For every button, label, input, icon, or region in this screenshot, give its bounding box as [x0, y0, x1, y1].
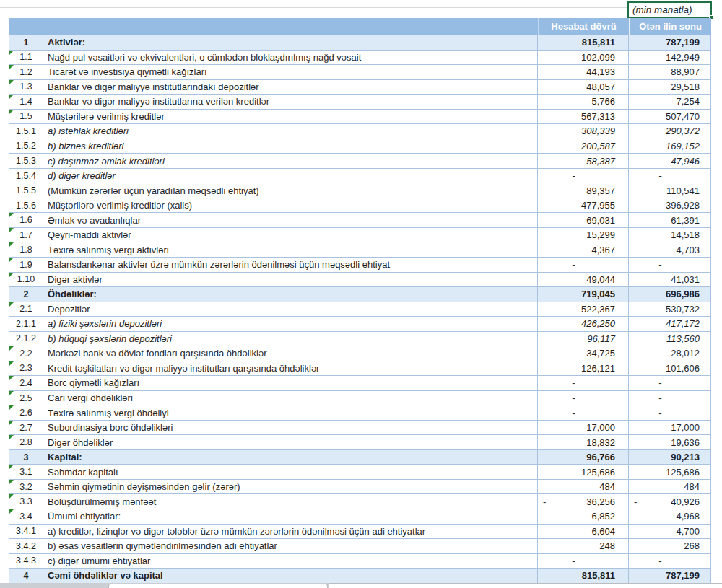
value-report-period[interactable]: -: [538, 554, 629, 569]
row-number-cell[interactable]: 3.2: [9, 480, 43, 494]
row-number-cell[interactable]: 1.7: [9, 228, 43, 242]
column-header-prev-year-end[interactable]: Ötən ilin sonu: [629, 18, 711, 35]
value-prev-year-end[interactable]: 14,518: [629, 228, 711, 242]
row-number-cell[interactable]: 1.8: [9, 242, 43, 257]
value-prev-year-end[interactable]: 396,928: [629, 198, 711, 213]
value-report-period[interactable]: 815,811: [538, 35, 629, 50]
value-prev-year-end[interactable]: 47,946: [629, 154, 711, 168]
value-report-period[interactable]: 125,686: [538, 465, 629, 479]
row-number-cell[interactable]: 3.3: [9, 494, 43, 509]
value-prev-year-end[interactable]: 507,470: [629, 110, 711, 124]
row-label-cell[interactable]: Müştərilərə verilmiş kreditlər: [43, 110, 538, 124]
row-label-cell[interactable]: Bölüşdürülməmiş mənfəət: [43, 494, 538, 509]
row-label-cell[interactable]: Ticarət və investisiya qiymətli kağızlar…: [43, 65, 538, 79]
value-prev-year-end[interactable]: -: [629, 258, 711, 272]
value-prev-year-end[interactable]: 268: [629, 539, 711, 553]
row-number-cell[interactable]: 2.3: [9, 361, 43, 376]
value-report-period[interactable]: 426,250: [538, 317, 629, 331]
value-prev-year-end[interactable]: 125,686: [629, 465, 711, 479]
row-number-cell[interactable]: 3: [9, 450, 43, 465]
value-report-period[interactable]: 49,044: [538, 273, 629, 287]
value-prev-year-end[interactable]: 696,986: [629, 287, 711, 302]
row-label-cell[interactable]: Ümumi ehtiyatlar:: [43, 509, 538, 524]
row-label-cell[interactable]: d) digər kreditlər: [43, 169, 538, 183]
row-number-cell[interactable]: 3.4.1: [9, 525, 43, 539]
value-prev-year-end[interactable]: 7,254: [629, 95, 711, 109]
row-number-cell[interactable]: 1.6: [9, 213, 43, 227]
row-label-cell[interactable]: Banklar və digər maliyyə institutlarına …: [43, 95, 538, 109]
value-report-period[interactable]: 5,766: [538, 95, 629, 109]
value-report-period[interactable]: 96,117: [538, 332, 629, 346]
value-report-period[interactable]: 567,313: [538, 110, 629, 124]
row-number-cell[interactable]: 1.5.2: [9, 139, 43, 154]
row-label-cell[interactable]: c) digər ümumi ehtiyatlar: [43, 554, 538, 569]
value-report-period[interactable]: 477,955: [538, 198, 629, 213]
row-number-cell[interactable]: 2.1.1: [9, 317, 43, 331]
value-prev-year-end[interactable]: 530,732: [629, 302, 711, 317]
row-number-cell[interactable]: 2.2: [9, 346, 43, 361]
value-prev-year-end[interactable]: 29,518: [629, 80, 711, 95]
value-prev-year-end[interactable]: -: [629, 376, 711, 390]
row-label-cell[interactable]: a) kreditlər, lizinqlər və digər tələblə…: [43, 525, 538, 539]
value-report-period[interactable]: 248: [538, 539, 629, 553]
value-prev-year-end[interactable]: 787,199: [629, 35, 711, 50]
value-report-period[interactable]: 15,299: [538, 228, 629, 242]
row-number-cell[interactable]: 1.2: [9, 65, 43, 79]
value-prev-year-end[interactable]: 417,172: [629, 317, 711, 331]
row-number-cell[interactable]: 3.4.3: [9, 554, 43, 569]
row-number-cell[interactable]: 1.5.5: [9, 183, 43, 198]
row-number-cell[interactable]: 1.5.4: [9, 169, 43, 183]
value-prev-year-end[interactable]: 4,968: [629, 509, 711, 524]
value-prev-year-end[interactable]: 101,606: [629, 361, 711, 376]
value-report-period[interactable]: 89,357: [538, 183, 629, 198]
value-report-period[interactable]: 719,045: [538, 287, 629, 302]
value-report-period[interactable]: 18,832: [538, 435, 629, 449]
value-prev-year-end[interactable]: 290,372: [629, 124, 711, 139]
row-label-cell[interactable]: Qeyri-maddi aktivlər: [43, 228, 538, 242]
value-report-period[interactable]: 48,057: [538, 80, 629, 95]
value-report-period[interactable]: 6,604: [538, 525, 629, 539]
row-label-cell[interactable]: Təxirə salınmış vergi aktivləri: [43, 242, 538, 257]
value-report-period[interactable]: 102,099: [538, 51, 629, 65]
row-label-cell[interactable]: Digər aktivlər: [43, 273, 538, 287]
value-prev-year-end[interactable]: 19,636: [629, 435, 711, 449]
row-label-cell[interactable]: Nağd pul vəsaitləri və ekvivalentləri, o…: [43, 51, 538, 65]
value-report-period[interactable]: 484: [538, 480, 629, 494]
row-number-cell[interactable]: 1.5.3: [9, 154, 43, 168]
row-label-cell[interactable]: Balansdankənar aktivlər üzrə mümkün zərə…: [43, 258, 538, 272]
row-label-cell[interactable]: Mərkəzi bank və dövlət fondları qarşısın…: [43, 346, 538, 361]
value-prev-year-end[interactable]: 61,391: [629, 213, 711, 227]
value-report-period[interactable]: 6,852: [538, 509, 629, 524]
value-prev-year-end[interactable]: 787,199: [629, 569, 711, 583]
value-report-period[interactable]: 308,339: [538, 124, 629, 139]
row-label-cell[interactable]: Səhmdar kapitalı: [43, 465, 538, 479]
row-label-cell[interactable]: Səhmin qiymətinin dəyişməsindən gəlir (z…: [43, 480, 538, 494]
value-report-period[interactable]: 126,121: [538, 361, 629, 376]
row-number-cell[interactable]: 3.1: [9, 465, 43, 479]
row-number-cell[interactable]: 1.5.1: [9, 124, 43, 139]
row-label-cell[interactable]: Cəmi öhdəliklər və kapital: [43, 569, 538, 583]
row-label-cell[interactable]: Digər öhdəliklər: [43, 435, 538, 449]
value-prev-year-end[interactable]: 4,700: [629, 525, 711, 539]
row-number-cell[interactable]: 2.5: [9, 391, 43, 405]
row-label-cell[interactable]: a) istehlak kreditləri: [43, 124, 538, 139]
row-number-cell[interactable]: 3.4.2: [9, 539, 43, 553]
row-number-cell[interactable]: 4: [9, 569, 43, 583]
row-label-cell[interactable]: Banklar və digər maliyyə institutlarında…: [43, 80, 538, 95]
row-number-cell[interactable]: 2.6: [9, 405, 43, 420]
value-prev-year-end[interactable]: -: [629, 391, 711, 405]
row-label-cell[interactable]: a) fiziki şəxslərin depozitləri: [43, 317, 538, 331]
value-report-period[interactable]: -: [538, 258, 629, 272]
value-report-period[interactable]: -: [538, 391, 629, 405]
row-label-cell[interactable]: (Mümkün zərərlər üçün yaradılan məqsədli…: [43, 183, 538, 198]
row-label-cell[interactable]: b) əsas vəsaitlərin qiymətləndirilməsind…: [43, 539, 538, 553]
row-label-cell[interactable]: b) biznes kreditləri: [43, 139, 538, 154]
value-prev-year-end[interactable]: 90,213: [629, 450, 711, 465]
row-label-cell[interactable]: Kredit təşkilatları və digər maliyyə ins…: [43, 361, 538, 376]
value-report-period[interactable]: 58,387: [538, 154, 629, 168]
value-prev-year-end[interactable]: 88,907: [629, 65, 711, 79]
row-number-cell[interactable]: 1: [9, 35, 43, 50]
value-report-period[interactable]: 200,587: [538, 139, 629, 154]
value-report-period[interactable]: -: [538, 376, 629, 390]
value-prev-year-end[interactable]: 41,031: [629, 273, 711, 287]
